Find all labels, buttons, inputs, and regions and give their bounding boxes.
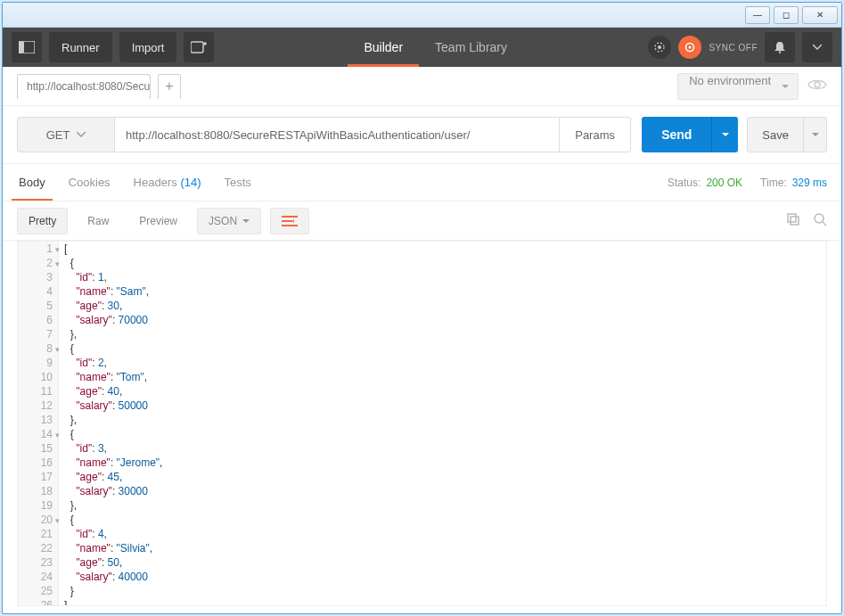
sidebar-toggle-icon[interactable] [12, 32, 42, 62]
line-number: 4 [18, 284, 59, 299]
runner-button[interactable]: Runner [49, 32, 112, 62]
save-dropdown[interactable] [804, 117, 827, 152]
line-content: "name": "Tom", [59, 370, 147, 384]
line-number: 21 [18, 527, 59, 541]
search-icon[interactable] [813, 212, 827, 230]
time-label: Time: [760, 177, 787, 189]
code-line: 4 "name": "Sam", [18, 284, 826, 299]
bell-icon[interactable] [765, 32, 795, 62]
tab-team-library[interactable]: Team Library [419, 28, 523, 67]
response-body-editor[interactable]: 1[2 {3 "id": 1,4 "name": "Sam",5 "age": … [17, 241, 827, 606]
code-line: 6 "salary": 70000 [18, 313, 826, 327]
params-button[interactable]: Params [560, 117, 631, 152]
raw-button[interactable]: Raw [77, 208, 119, 234]
code-line: 26] [18, 598, 826, 606]
tab-builder[interactable]: Builder [348, 28, 419, 67]
save-button[interactable]: Save [747, 117, 804, 152]
line-content: [ [59, 242, 67, 256]
tab-headers[interactable]: Headers (14) [132, 165, 203, 200]
line-number: 22 [18, 541, 59, 555]
code-line: 14 { [18, 427, 826, 441]
line-number: 23 [18, 555, 59, 570]
send-button[interactable]: Send [642, 117, 711, 152]
line-number: 20 [18, 513, 59, 527]
line-content: { [59, 427, 74, 441]
time-value: 329 ms [792, 177, 827, 189]
line-content: "id": 3, [59, 441, 107, 456]
environment-row: http://localhost:8080/Secur + No environ… [3, 67, 841, 106]
line-number: 6 [18, 313, 59, 327]
line-content: "id": 4, [59, 527, 107, 541]
headers-count: (14) [180, 176, 201, 189]
line-content: "age": 50, [59, 555, 122, 570]
code-line: 21 "id": 4, [18, 527, 826, 541]
line-number: 3 [18, 270, 59, 284]
line-number: 15 [18, 441, 59, 456]
code-line: 10 "name": "Tom", [18, 370, 826, 384]
eye-icon[interactable] [807, 77, 827, 95]
line-content: "salary": 50000 [59, 398, 148, 413]
add-tab-button[interactable]: + [158, 74, 181, 99]
code-line: 3 "id": 1, [18, 270, 826, 284]
request-tab[interactable]: http://localhost:8080/Secur [17, 74, 151, 99]
code-line: 2 { [18, 256, 826, 270]
code-line: 16 "name": "Jerome", [18, 456, 826, 470]
code-line: 25 } [18, 584, 826, 598]
line-content: "age": 45, [59, 470, 122, 484]
account-dropdown-icon[interactable] [802, 32, 832, 62]
code-line: 18 "salary": 30000 [18, 484, 826, 498]
minimize-button[interactable]: — [745, 6, 770, 24]
env-right: No environment [677, 73, 827, 100]
line-content: "id": 2, [59, 356, 107, 370]
code-line: 5 "age": 30, [18, 299, 826, 313]
code-line: 8 { [18, 341, 826, 356]
svg-rect-15 [791, 217, 799, 225]
line-number: 12 [18, 398, 59, 413]
code-line: 22 "name": "Silvia", [18, 541, 826, 555]
tab-cookies[interactable]: Cookies [67, 165, 112, 200]
line-number: 17 [18, 470, 59, 484]
tab-body[interactable]: Body [17, 165, 47, 200]
interceptor-icon[interactable] [648, 36, 671, 59]
line-content: }, [59, 327, 77, 341]
line-number: 14 [18, 427, 59, 441]
copy-icon[interactable] [786, 212, 800, 230]
environment-dropdown[interactable]: No environment [677, 73, 799, 100]
line-number: 16 [18, 456, 59, 470]
preview-button[interactable]: Preview [128, 208, 188, 234]
title-bar: — ◻ ✕ [3, 3, 841, 28]
code-line: 24 "salary": 40000 [18, 570, 826, 584]
tab-tests[interactable]: Tests [223, 165, 253, 200]
code-line: 13 }, [18, 413, 826, 427]
line-content: "name": "Jerome", [59, 456, 162, 470]
import-button[interactable]: Import [119, 32, 177, 62]
code-line: 15 "id": 3, [18, 441, 826, 456]
sync-icon[interactable] [678, 36, 701, 59]
method-label: GET [46, 128, 70, 142]
line-content: "name": "Sam", [59, 284, 149, 299]
line-content: { [59, 513, 74, 527]
svg-point-16 [815, 214, 824, 223]
format-dropdown[interactable]: JSON [197, 208, 261, 234]
line-content: "name": "Silvia", [59, 541, 152, 555]
maximize-button[interactable]: ◻ [774, 6, 799, 24]
send-dropdown[interactable] [711, 117, 738, 152]
close-button[interactable]: ✕ [802, 6, 838, 24]
request-row: GET Params Send Save [3, 106, 841, 164]
code-line: 20 { [18, 513, 826, 527]
line-content: "salary": 70000 [59, 313, 148, 327]
line-number: 9 [18, 356, 59, 370]
headers-label: Headers [134, 176, 177, 189]
sync-label: SYNC OFF [709, 43, 758, 53]
wrap-icon[interactable] [270, 208, 309, 234]
new-window-icon[interactable] [184, 32, 214, 62]
line-number: 8 [18, 341, 59, 356]
line-number: 25 [18, 584, 59, 598]
url-input[interactable] [115, 117, 560, 152]
line-content: }, [59, 413, 77, 427]
method-dropdown[interactable]: GET [17, 117, 115, 152]
code-line: 12 "salary": 50000 [18, 398, 826, 413]
line-number: 5 [18, 299, 59, 313]
pretty-button[interactable]: Pretty [17, 208, 68, 234]
line-number: 24 [18, 570, 59, 584]
